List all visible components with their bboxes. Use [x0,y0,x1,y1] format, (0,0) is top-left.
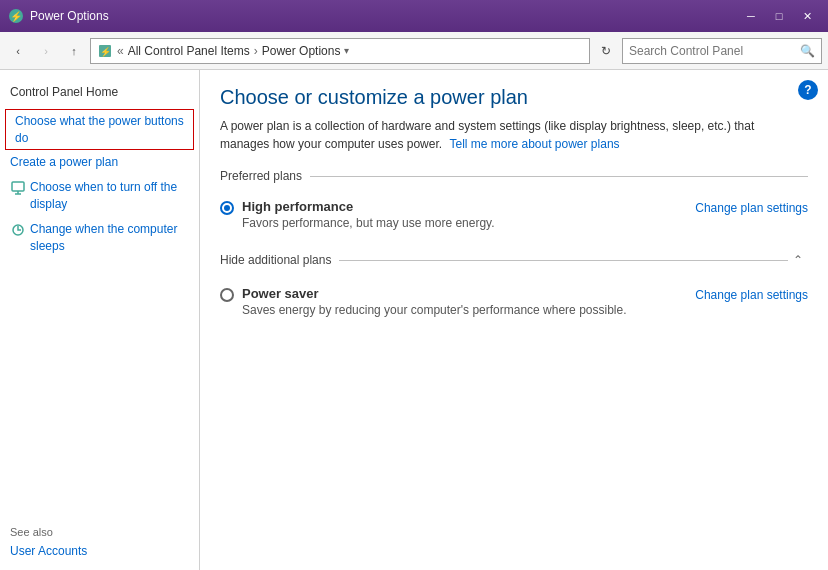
see-also-item-label: User Accounts [10,544,87,558]
see-also-user-accounts[interactable]: User Accounts [0,542,199,560]
collapse-toggle[interactable]: ⌃ [788,250,808,270]
main-container: Control Panel Home Choose what the power… [0,70,828,570]
radio-high-performance[interactable] [220,201,234,215]
preferred-plans-header: Preferred plans [220,169,808,183]
content-area: ? Choose or customize a power plan A pow… [200,70,828,570]
address-bar: ‹ › ↑ ⚡ « All Control Panel Items › Powe… [0,32,828,70]
radio-power-saver[interactable] [220,288,234,302]
hide-additional-plans-header: Hide additional plans ⌃ [220,250,808,270]
section-divider [310,176,808,177]
page-title: Choose or customize a power plan [220,86,808,109]
search-icon[interactable]: 🔍 [800,44,815,58]
learn-more-link[interactable]: Tell me more about power plans [449,137,619,151]
breadcrumb-sep: › [254,44,258,58]
back-button[interactable]: ‹ [6,39,30,63]
sidebar-item-sleep[interactable]: Change when the computer sleeps [0,217,199,259]
refresh-button[interactable]: ↻ [594,39,618,63]
change-plan-settings-link-1[interactable]: Change plan settings [695,199,808,215]
sidebar-home-link[interactable]: Control Panel Home [0,80,199,105]
close-button[interactable]: ✕ [794,6,820,26]
minimize-button[interactable]: ─ [738,6,764,26]
preferred-plans-label: Preferred plans [220,169,302,183]
sidebar-item-label: Create a power plan [10,154,118,171]
plan-description: Favors performance, but may use more ene… [242,216,495,230]
sidebar-item-create-plan[interactable]: Create a power plan [0,150,199,175]
forward-button[interactable]: › [34,39,58,63]
search-box: 🔍 [622,38,822,64]
monitor-icon [10,179,26,196]
title-bar: ⚡ Power Options ─ □ ✕ [0,0,828,32]
content-description: A power plan is a collection of hardware… [220,117,800,153]
address-path[interactable]: ⚡ « All Control Panel Items › Power Opti… [90,38,590,64]
breadcrumb-parent: All Control Panel Items [128,44,250,58]
sidebar-item-label: Choose when to turn off the display [30,179,189,213]
plan-name-2: Power saver [242,286,627,301]
breadcrumb-chevrons: « [117,44,124,58]
maximize-button[interactable]: □ [766,6,792,26]
sidebar-item-label: Change when the computer sleeps [30,221,189,255]
hide-additional-label: Hide additional plans [220,253,331,267]
sidebar-spacer [0,258,199,516]
section-divider-2 [339,260,788,261]
plan-description-2: Saves energy by reducing your computer's… [242,303,627,317]
up-button[interactable]: ↑ [62,39,86,63]
plan-left: High performance Favors performance, but… [220,199,675,230]
sidebar-item-display[interactable]: Choose when to turn off the display [0,175,199,217]
see-also-label: See also [10,526,53,538]
see-also-section: See also [0,516,199,542]
search-input[interactable] [629,44,800,58]
app-icon: ⚡ [8,8,24,24]
breadcrumb-icon: ⚡ [97,43,117,59]
sidebar-item-label: Choose what the power buttons do [15,113,184,147]
radio-dot [224,205,230,211]
plan-left-2: Power saver Saves energy by reducing you… [220,286,675,317]
breadcrumb-current: Power Options [262,44,341,58]
svg-text:⚡: ⚡ [100,46,112,58]
help-button[interactable]: ? [798,80,818,100]
plan-name: High performance [242,199,495,214]
window-title: Power Options [30,9,738,23]
chevron-down-icon: ▾ [344,45,349,56]
sleep-icon [10,221,26,238]
plan-info-2: Power saver Saves energy by reducing you… [242,286,627,317]
sidebar: Control Panel Home Choose what the power… [0,70,200,570]
plan-item-high-performance: High performance Favors performance, but… [220,195,808,234]
change-plan-settings-link-2[interactable]: Change plan settings [695,286,808,302]
svg-text:⚡: ⚡ [10,10,23,23]
svg-rect-4 [12,182,24,191]
plan-item-power-saver: Power saver Saves energy by reducing you… [220,282,808,321]
plan-info: High performance Favors performance, but… [242,199,495,230]
sidebar-item-power-buttons[interactable]: Choose what the power buttons do [5,109,194,151]
window-controls: ─ □ ✕ [738,6,820,26]
